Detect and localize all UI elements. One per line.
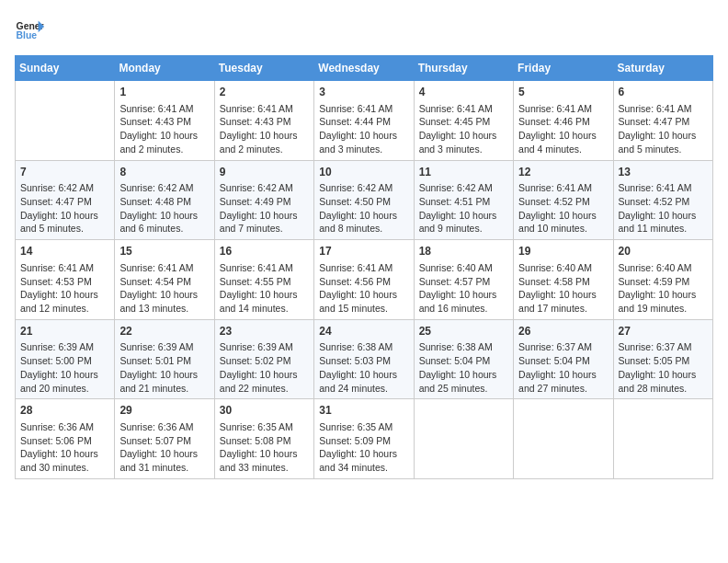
day-number: 4: [419, 85, 508, 100]
calendar-week-row: 7Sunrise: 6:42 AM Sunset: 4:47 PM Daylig…: [16, 160, 713, 240]
svg-text:Blue: Blue: [17, 30, 38, 40]
day-info: Sunrise: 6:42 AM Sunset: 4:49 PM Dayligh…: [220, 181, 309, 236]
day-info: Sunrise: 6:39 AM Sunset: 5:01 PM Dayligh…: [119, 340, 209, 395]
calendar-cell: 15Sunrise: 6:41 AM Sunset: 4:54 PM Dayli…: [115, 240, 214, 320]
day-info: Sunrise: 6:42 AM Sunset: 4:51 PM Dayligh…: [419, 181, 508, 236]
day-number: 6: [619, 85, 708, 100]
day-info: Sunrise: 6:40 AM Sunset: 4:58 PM Dayligh…: [518, 261, 608, 316]
day-number: 30: [220, 403, 309, 419]
day-number: 9: [220, 165, 309, 180]
day-number: 21: [20, 324, 109, 339]
day-info: Sunrise: 6:40 AM Sunset: 4:57 PM Dayligh…: [419, 261, 508, 316]
calendar-table: SundayMondayTuesdayWednesdayThursdayFrid…: [15, 55, 713, 479]
calendar-week-row: 21Sunrise: 6:39 AM Sunset: 5:00 PM Dayli…: [16, 319, 713, 399]
calendar-cell: [613, 399, 712, 479]
day-info: Sunrise: 6:41 AM Sunset: 4:43 PM Dayligh…: [220, 102, 309, 156]
day-info: Sunrise: 6:41 AM Sunset: 4:44 PM Dayligh…: [319, 102, 408, 156]
day-number: 12: [518, 165, 608, 180]
calendar-cell: 11Sunrise: 6:42 AM Sunset: 4:51 PM Dayli…: [414, 160, 513, 240]
day-info: Sunrise: 6:42 AM Sunset: 4:50 PM Dayligh…: [319, 181, 408, 236]
day-number: 27: [619, 324, 708, 339]
calendar-cell: 13Sunrise: 6:41 AM Sunset: 4:52 PM Dayli…: [613, 160, 712, 240]
calendar-header-row: SundayMondayTuesdayWednesdayThursdayFrid…: [16, 56, 713, 81]
day-info: Sunrise: 6:41 AM Sunset: 4:54 PM Dayligh…: [119, 261, 209, 316]
calendar-cell: 28Sunrise: 6:36 AM Sunset: 5:06 PM Dayli…: [16, 399, 115, 479]
day-number: 24: [319, 324, 408, 339]
day-info: Sunrise: 6:41 AM Sunset: 4:47 PM Dayligh…: [619, 102, 708, 156]
calendar-cell: 4Sunrise: 6:41 AM Sunset: 4:45 PM Daylig…: [414, 81, 513, 161]
day-number: 26: [518, 324, 608, 339]
day-info: Sunrise: 6:41 AM Sunset: 4:53 PM Dayligh…: [20, 261, 109, 316]
day-number: 7: [20, 165, 109, 180]
calendar-cell: 3Sunrise: 6:41 AM Sunset: 4:44 PM Daylig…: [314, 81, 414, 161]
day-number: 28: [20, 403, 109, 419]
calendar-cell: [514, 399, 613, 479]
calendar-week-row: 1Sunrise: 6:41 AM Sunset: 4:43 PM Daylig…: [16, 81, 713, 161]
column-header-thursday: Thursday: [414, 56, 513, 81]
column-header-sunday: Sunday: [16, 56, 115, 81]
day-number: 8: [119, 165, 209, 180]
column-header-saturday: Saturday: [613, 56, 712, 81]
calendar-cell: 23Sunrise: 6:39 AM Sunset: 5:02 PM Dayli…: [214, 319, 313, 399]
calendar-cell: 20Sunrise: 6:40 AM Sunset: 4:59 PM Dayli…: [613, 240, 712, 320]
day-info: Sunrise: 6:37 AM Sunset: 5:04 PM Dayligh…: [518, 340, 608, 395]
calendar-cell: 10Sunrise: 6:42 AM Sunset: 4:50 PM Dayli…: [314, 160, 414, 240]
day-number: 10: [319, 165, 408, 180]
day-info: Sunrise: 6:39 AM Sunset: 5:00 PM Dayligh…: [20, 340, 109, 395]
calendar-cell: 16Sunrise: 6:41 AM Sunset: 4:55 PM Dayli…: [214, 240, 313, 320]
day-number: 16: [220, 244, 309, 259]
day-info: Sunrise: 6:36 AM Sunset: 5:06 PM Dayligh…: [20, 420, 109, 475]
day-number: 18: [419, 244, 508, 259]
calendar-cell: 6Sunrise: 6:41 AM Sunset: 4:47 PM Daylig…: [613, 81, 712, 161]
calendar-cell: [16, 81, 115, 161]
column-header-wednesday: Wednesday: [314, 56, 414, 81]
day-info: Sunrise: 6:37 AM Sunset: 5:05 PM Dayligh…: [619, 340, 708, 395]
day-info: Sunrise: 6:41 AM Sunset: 4:52 PM Dayligh…: [619, 181, 708, 236]
calendar-cell: 31Sunrise: 6:35 AM Sunset: 5:09 PM Dayli…: [314, 399, 414, 479]
day-info: Sunrise: 6:41 AM Sunset: 4:55 PM Dayligh…: [220, 261, 309, 316]
day-info: Sunrise: 6:39 AM Sunset: 5:02 PM Dayligh…: [220, 340, 309, 395]
day-info: Sunrise: 6:41 AM Sunset: 4:56 PM Dayligh…: [319, 261, 408, 316]
calendar-cell: 5Sunrise: 6:41 AM Sunset: 4:46 PM Daylig…: [514, 81, 613, 161]
day-number: 20: [619, 244, 708, 259]
calendar-cell: 18Sunrise: 6:40 AM Sunset: 4:57 PM Dayli…: [414, 240, 513, 320]
day-info: Sunrise: 6:36 AM Sunset: 5:07 PM Dayligh…: [119, 420, 209, 475]
day-number: 11: [419, 165, 508, 180]
day-info: Sunrise: 6:38 AM Sunset: 5:03 PM Dayligh…: [319, 340, 408, 395]
calendar-cell: 27Sunrise: 6:37 AM Sunset: 5:05 PM Dayli…: [613, 319, 712, 399]
day-info: Sunrise: 6:42 AM Sunset: 4:48 PM Dayligh…: [119, 181, 209, 236]
day-number: 14: [20, 244, 109, 259]
day-info: Sunrise: 6:41 AM Sunset: 4:52 PM Dayligh…: [518, 181, 608, 236]
day-info: Sunrise: 6:35 AM Sunset: 5:09 PM Dayligh…: [319, 420, 408, 475]
day-number: 1: [119, 85, 209, 100]
day-number: 5: [518, 85, 608, 100]
day-number: 22: [119, 324, 209, 339]
calendar-cell: 25Sunrise: 6:38 AM Sunset: 5:04 PM Dayli…: [414, 319, 513, 399]
day-number: 31: [319, 403, 408, 419]
page-header: General Blue: [15, 15, 713, 44]
logo-icon: General Blue: [15, 15, 44, 44]
calendar-week-row: 28Sunrise: 6:36 AM Sunset: 5:06 PM Dayli…: [16, 399, 713, 479]
day-info: Sunrise: 6:38 AM Sunset: 5:04 PM Dayligh…: [419, 340, 508, 395]
day-number: 19: [518, 244, 608, 259]
day-info: Sunrise: 6:35 AM Sunset: 5:08 PM Dayligh…: [220, 420, 309, 475]
calendar-cell: [414, 399, 513, 479]
day-info: Sunrise: 6:41 AM Sunset: 4:46 PM Dayligh…: [518, 102, 608, 156]
day-info: Sunrise: 6:40 AM Sunset: 4:59 PM Dayligh…: [619, 261, 708, 316]
calendar-cell: 14Sunrise: 6:41 AM Sunset: 4:53 PM Dayli…: [16, 240, 115, 320]
calendar-cell: 1Sunrise: 6:41 AM Sunset: 4:43 PM Daylig…: [115, 81, 214, 161]
column-header-tuesday: Tuesday: [214, 56, 313, 81]
day-number: 17: [319, 244, 408, 259]
column-header-friday: Friday: [514, 56, 613, 81]
logo: General Blue: [15, 15, 44, 44]
day-number: 2: [220, 85, 309, 100]
calendar-cell: 26Sunrise: 6:37 AM Sunset: 5:04 PM Dayli…: [514, 319, 613, 399]
calendar-cell: 30Sunrise: 6:35 AM Sunset: 5:08 PM Dayli…: [214, 399, 313, 479]
calendar-cell: 17Sunrise: 6:41 AM Sunset: 4:56 PM Dayli…: [314, 240, 414, 320]
calendar-cell: 24Sunrise: 6:38 AM Sunset: 5:03 PM Dayli…: [314, 319, 414, 399]
day-info: Sunrise: 6:41 AM Sunset: 4:43 PM Dayligh…: [119, 102, 209, 156]
column-header-monday: Monday: [115, 56, 214, 81]
calendar-cell: 19Sunrise: 6:40 AM Sunset: 4:58 PM Dayli…: [514, 240, 613, 320]
calendar-cell: 8Sunrise: 6:42 AM Sunset: 4:48 PM Daylig…: [115, 160, 214, 240]
calendar-cell: 22Sunrise: 6:39 AM Sunset: 5:01 PM Dayli…: [115, 319, 214, 399]
